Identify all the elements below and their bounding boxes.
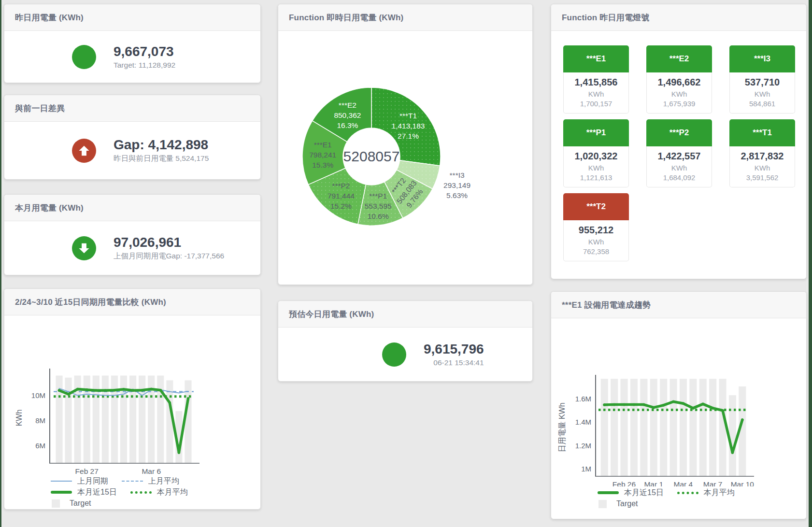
estimate-timestamp: 06-21 15:34:41 (424, 358, 484, 367)
card-title: Function 即時日用電量 (KWh) (289, 12, 403, 23)
card-month-usage: 本月用電量 (KWh) 97,026,961 上個月同期用電Gap: -17,3… (4, 194, 261, 275)
card-trend-header: ***E1 設備用電達成趨勢 (551, 292, 806, 318)
card-yesterday-usage: 昨日用電量 (KWh) 9,667,073 Target: 11,128,992 (4, 4, 261, 83)
legend-swatch-line-icon (51, 481, 72, 482)
legend-item-本月近15日[interactable]: 本月近15日 (598, 488, 664, 498)
legend-label: 上月平均 (148, 476, 179, 486)
card-title: 2/24~3/10 近15日同期用電量比較 (KWh) (15, 297, 166, 308)
tile-unit: KWh (731, 90, 794, 98)
tile-secondary-value: 1,121,613 (565, 173, 627, 182)
day-gap-value: Gap: 4,142,898 (114, 137, 209, 152)
legend-swatch-dot-icon (130, 491, 152, 494)
y-axis-label: 日用電量 KWh (558, 402, 566, 452)
month-value: 97,026,961 (114, 235, 224, 250)
legend-item-上月平均[interactable]: 上月平均 (122, 476, 179, 486)
card-title: Function 昨日用電燈號 (562, 12, 649, 23)
x-tick-label: Feb 26 (613, 480, 636, 486)
x-tick-label: Feb 27 (75, 467, 99, 475)
tile-label: ***I3 (729, 45, 795, 72)
page-left-edge (0, 0, 1, 527)
tile-body: 1,415,856KWh1,700,157 (563, 72, 629, 114)
tile-value: 537,710 (731, 77, 794, 88)
legend-item-本月平均[interactable]: 本月平均 (677, 488, 735, 498)
card-realtime-donut: Function 即時日用電量 (KWh) ***T11,413,18327.1… (278, 4, 533, 285)
trend-chart-legend: 本月近15日本月平均Target (598, 487, 748, 510)
tile-value: 1,415,856 (565, 77, 627, 88)
card-e1-trend-chart: ***E1 設備用電達成趨勢 1M1.2M1.4M1.6M日用電量 KWhFeb… (551, 291, 807, 519)
x-tick-label: Mar 1 (644, 480, 663, 486)
legend-item-Target[interactable]: Target (598, 499, 638, 508)
donut-chart: ***T11,413,18327.1%***I3293,1495.63%***T… (278, 31, 532, 285)
status-circle-icon (382, 342, 406, 367)
page-right-edge (809, 0, 812, 527)
tile-unit: KWh (565, 164, 627, 172)
day-gap-subtitle: 昨日與前日用電量 5,524,175 (114, 154, 209, 164)
tile-body: 955,212KWh762,358 (563, 220, 629, 261)
target-bars (601, 379, 746, 476)
card-title: 預估今日用電量 (KWh) (289, 309, 374, 320)
tile-label: ***E2 (646, 45, 712, 72)
tile-secondary-value: 1,675,939 (648, 100, 711, 108)
tile-value: 1,496,662 (648, 77, 711, 88)
tile-unit: KWh (648, 90, 711, 98)
legend-label: 本月近15日 (624, 488, 664, 498)
card-donut-header: Function 即時日用電量 (KWh) (278, 4, 532, 31)
card-day-gap-header: 與前一日差異 (4, 95, 260, 122)
tile-value: 1,422,557 (648, 151, 711, 162)
card-month-header: 本月用電量 (KWh) (4, 195, 260, 221)
y-tick-label: 1.2M (575, 442, 591, 450)
card-title: 與前一日差異 (15, 103, 65, 114)
x-tick-label: Mar 6 (142, 467, 161, 475)
legend-item-本月平均[interactable]: 本月平均 (130, 487, 188, 498)
donut-center-total: 5208057 (343, 148, 400, 164)
trend-chart-plot: 1M1.2M1.4M1.6M日用電量 KWhFeb 26Mar 1Mar 4Ma… (551, 318, 806, 486)
light-tile-E1: ***E11,415,856KWh1,700,157 (563, 45, 629, 114)
y-tick-label: 1.4M (575, 418, 591, 426)
arrow-down-icon (72, 236, 96, 260)
tile-body: 1,496,662KWh1,675,939 (646, 72, 712, 114)
legend-item-Target[interactable]: Target (51, 499, 91, 508)
legend-swatch-box-icon (52, 499, 60, 508)
light-tile-T2: ***T2955,212KWh762,358 (563, 193, 629, 261)
legend-swatch-box-icon (598, 500, 607, 508)
tile-unit: KWh (648, 164, 711, 172)
card-yesterday-header: 昨日用電量 (KWh) (4, 4, 260, 31)
tile-label: ***E1 (563, 45, 629, 72)
card-compare-chart: 2/24~3/10 近15日同期用電量比較 (KWh) 6M8M10MKWhFe… (4, 288, 261, 510)
light-tile-T1: ***T12,817,832KWh3,591,562 (729, 119, 795, 187)
legend-item-上月同期[interactable]: 上月同期 (51, 476, 108, 486)
card-estimate-header: 預估今日用電量 (KWh) (278, 301, 532, 328)
legend-swatch-dot-icon (677, 492, 698, 494)
arrow-up-icon (72, 139, 96, 163)
tile-body: 1,020,322KWh1,121,613 (563, 146, 629, 187)
legend-label: 本月平均 (704, 488, 735, 498)
tile-secondary-value: 1,700,157 (565, 100, 627, 108)
tile-label: ***P2 (646, 119, 712, 146)
legend-label: Target (70, 499, 91, 508)
tile-value: 2,817,832 (731, 151, 794, 162)
tile-label: ***T1 (729, 119, 795, 146)
tile-secondary-value: 584,861 (731, 100, 794, 108)
card-day-gap: 與前一日差異 Gap: 4,142,898 昨日與前日用電量 5,524,175 (4, 95, 261, 180)
tile-label: ***P1 (563, 119, 629, 146)
legend-swatch-thick-icon (51, 491, 72, 494)
legend-label: 本月近15日 (77, 487, 117, 498)
legend-item-本月近15日[interactable]: 本月近15日 (51, 487, 117, 498)
card-title: ***E1 設備用電達成趨勢 (562, 299, 651, 311)
light-tile-E2: ***E21,496,662KWh1,675,939 (646, 45, 712, 114)
tile-secondary-value: 1,684,092 (648, 173, 711, 182)
legend-label: Target (616, 499, 638, 508)
legend-swatch-dash-icon (122, 481, 143, 482)
legend-swatch-thick-icon (598, 491, 619, 494)
y-tick-label: 1.6M (575, 395, 591, 403)
donut-segment-label: ***I3293,1495.63% (443, 171, 470, 199)
tile-label: ***T2 (563, 193, 629, 220)
yesterday-target: Target: 11,128,992 (114, 61, 175, 70)
legend-label: 本月平均 (157, 487, 188, 498)
y-tick-label: 10M (31, 391, 45, 399)
tile-value: 955,212 (565, 225, 627, 236)
card-title: 本月用電量 (KWh) (15, 202, 84, 214)
yesterday-value: 9,667,073 (114, 44, 175, 59)
card-function-lights: Function 昨日用電燈號 ***E11,415,856KWh1,700,1… (551, 4, 807, 279)
card-estimate-today: 預估今日用電量 (KWh) 9,615,796 06-21 15:34:41 (278, 300, 533, 382)
